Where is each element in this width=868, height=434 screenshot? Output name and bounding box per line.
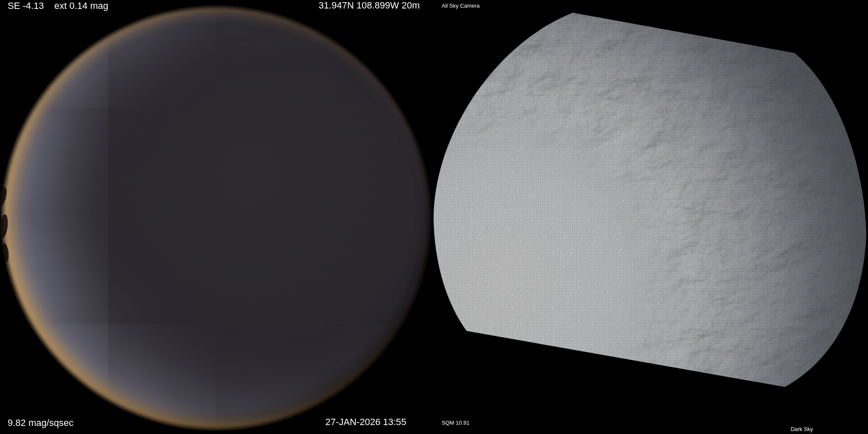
mirror-cloud-image bbox=[434, 12, 867, 396]
allsky-monitor-screen: SE -4.13 ext 0.14 mag 31.947N 108.899W 2… bbox=[0, 0, 868, 434]
timestamp-label: 27-JAN-2026 13:55 bbox=[325, 417, 406, 427]
horizon-silhouette bbox=[0, 214, 9, 238]
camera-name-label: All Sky Camera bbox=[442, 3, 480, 9]
sensor-noise-speckles bbox=[434, 12, 867, 396]
site-name-label: Dark Sky New Mexico bbox=[778, 409, 825, 434]
horizon-silhouette bbox=[0, 187, 8, 207]
site-coordinates-label: 31.947N 108.899W 20m bbox=[319, 0, 420, 11]
sqm-reading-label: SQM 10.91 bbox=[442, 420, 470, 426]
site-name-line1: Dark Sky bbox=[778, 425, 825, 433]
horizon-silhouette bbox=[1, 243, 10, 262]
fisheye-sky-image bbox=[1, 6, 432, 431]
sky-brightness-label: 9.82 mag/sqsec bbox=[8, 418, 73, 428]
solar-elevation-extinction-label: SE -4.13 ext 0.14 mag bbox=[8, 1, 108, 11]
